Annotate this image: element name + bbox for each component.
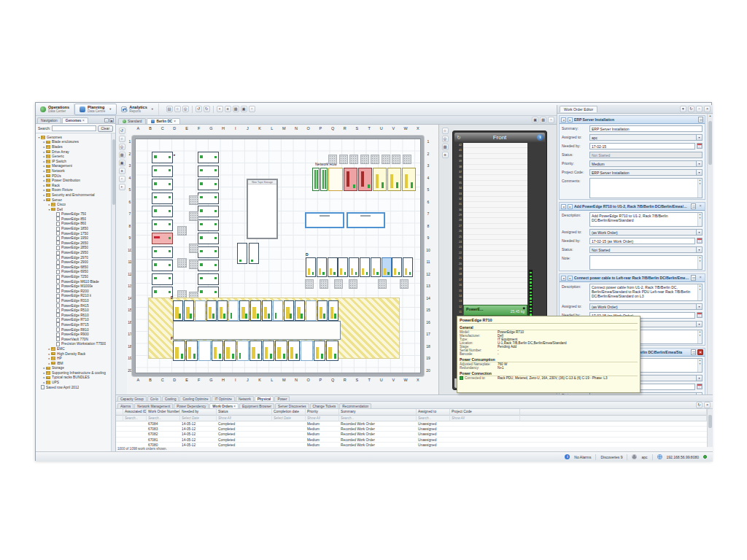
chevron-down-icon[interactable]: ▼ xyxy=(151,107,154,111)
tree-item[interactable]: ▾Genomes xyxy=(36,135,111,140)
floor-rack[interactable] xyxy=(317,257,327,277)
scroll-up-icon[interactable]: ▲ xyxy=(708,114,712,117)
measure-icon[interactable]: ▪ xyxy=(119,184,125,190)
zoom-in-icon[interactable]: ○ xyxy=(119,136,125,142)
save-icon[interactable]: ▤ xyxy=(166,106,173,112)
dropdown-field[interactable]: Not Started xyxy=(589,246,697,253)
tree-item[interactable]: ▸UPS xyxy=(36,380,111,385)
column-header[interactable]: Project Code xyxy=(450,409,520,416)
tree-item[interactable]: PowerEdge R810 xyxy=(36,327,111,332)
tree-item[interactable]: PowerEdge R710 xyxy=(36,318,111,323)
floor-rack-selected[interactable] xyxy=(382,257,392,277)
close-icon[interactable]: × xyxy=(174,120,176,123)
column-header[interactable]: Associated ID xyxy=(123,409,147,416)
tree-item[interactable]: PowerEdge R210 ii xyxy=(36,294,111,299)
tree-item[interactable]: PowerEdge 6850 xyxy=(36,265,111,270)
tree-item[interactable]: ▸PDUs xyxy=(36,174,111,179)
dock-tab-work-orders[interactable]: Work Orders × xyxy=(209,403,239,408)
tree-item[interactable]: PowerEdge 6950 xyxy=(36,270,111,275)
floor-rack[interactable] xyxy=(152,206,173,217)
floor-rack[interactable] xyxy=(275,341,287,361)
textarea-scrollbar[interactable]: ▲ ▼ xyxy=(697,256,702,269)
export-icon[interactable]: ▫ xyxy=(249,106,255,112)
zoom-in-icon[interactable]: ○ xyxy=(442,128,449,134)
tree-item[interactable]: Precision Workstation T7500 xyxy=(36,342,111,347)
tab-navigation[interactable]: Navigation xyxy=(37,117,61,123)
tree-item[interactable]: ▸Management xyxy=(36,164,111,169)
add-item-icon[interactable]: ▪ xyxy=(217,106,223,112)
dropdown-field[interactable]: apc xyxy=(589,134,697,141)
column-header[interactable]: Assigned to xyxy=(417,409,450,416)
section-header[interactable]: ◂▸ERP Server Installation xyxy=(560,116,705,124)
crac-unit[interactable] xyxy=(347,212,385,228)
table-row[interactable]: 6708314-05-12CompletedMediumRecorded Wor… xyxy=(116,427,707,432)
maximize-icon[interactable]: ▣ xyxy=(109,118,114,122)
layer-tab-network[interactable]: Network xyxy=(236,396,254,401)
refresh-icon[interactable]: ↻ xyxy=(688,106,694,112)
floor-rack[interactable] xyxy=(184,300,194,321)
column-header[interactable]: Work Order Number ▲ xyxy=(147,409,180,416)
floor-rack[interactable] xyxy=(152,166,173,177)
tree-item[interactable]: PowerEdge R415 xyxy=(36,303,111,308)
tree-item[interactable]: PowerEdge 1750 xyxy=(36,231,111,236)
tree-item[interactable]: PowerEdge R200 xyxy=(36,289,111,294)
tree-item[interactable]: ▸HP xyxy=(36,356,111,361)
floor-rack[interactable] xyxy=(249,243,259,264)
crac-unit[interactable] xyxy=(305,212,344,228)
tree-item[interactable]: ▸Storage xyxy=(36,366,111,371)
floor-rack[interactable] xyxy=(263,341,275,361)
tree-item[interactable]: Saved row April 2012 xyxy=(36,385,111,390)
textarea-scrollbar[interactable]: ▲ ▼ xyxy=(697,330,702,343)
scrollbar-thumb[interactable] xyxy=(708,121,712,165)
floor-rack[interactable] xyxy=(217,300,228,321)
textarea-scrollbar[interactable]: ▲ ▼ xyxy=(697,284,702,300)
dock-tab-recommendation[interactable]: Recommendation xyxy=(339,403,371,408)
filter-cell[interactable]: Select Date xyxy=(180,416,217,422)
floor-rack[interactable] xyxy=(198,179,219,190)
textarea-scrollbar[interactable]: ▲ ▼ xyxy=(697,359,702,372)
maximize-view-icon[interactable]: ▫ xyxy=(548,117,554,123)
document-icon[interactable] xyxy=(691,349,696,355)
tape-storage-box[interactable]: New Tape Storage xyxy=(247,179,278,239)
tree-item[interactable]: ▸Network xyxy=(36,168,111,174)
next-icon[interactable]: ▸ xyxy=(568,204,573,209)
tree-item[interactable]: PowerEdge R610 xyxy=(36,313,111,318)
filter-cell[interactable]: Search... xyxy=(147,416,180,422)
network-rack-green[interactable] xyxy=(320,168,328,191)
floor-rack[interactable] xyxy=(206,300,217,321)
dropdown-arrow-icon[interactable]: ▼ xyxy=(697,246,703,253)
dock-tab-equipment-browser[interactable]: Equipment Browser xyxy=(239,403,274,408)
tab-genomes[interactable]: Genomes × xyxy=(62,117,88,123)
tree-item[interactable]: PowerEdge 2650 xyxy=(36,241,111,246)
layer-tab-it-optimize[interactable]: IT Optimize xyxy=(212,396,234,401)
refresh-icon[interactable]: ↻ xyxy=(696,402,703,408)
table-row[interactable]: 6708214-05-12CompletedMediumRecorded Wor… xyxy=(116,432,707,437)
floor-rack[interactable] xyxy=(317,300,328,321)
floor-rack[interactable] xyxy=(250,300,260,321)
pin-icon[interactable]: ▾ xyxy=(680,106,686,112)
floor-rack[interactable] xyxy=(392,257,402,277)
close-icon[interactable]: × xyxy=(82,119,85,122)
dock-tab-network-management[interactable]: Network Management xyxy=(134,403,173,408)
tree-item[interactable]: ▸IBM xyxy=(36,361,111,366)
no-alarms-label[interactable]: No Alarms xyxy=(574,455,591,459)
column-header[interactable]: Summary xyxy=(339,409,417,416)
floor-rack[interactable] xyxy=(338,257,348,277)
calendar-icon[interactable] xyxy=(697,312,703,318)
floor-rack[interactable] xyxy=(224,341,236,361)
discoveries-label[interactable]: Discoveries 9 xyxy=(600,455,622,459)
layer-tab-cooling[interactable]: Cooling xyxy=(162,396,179,401)
close-icon[interactable]: × xyxy=(704,402,711,408)
next-icon[interactable]: ▸ xyxy=(568,117,573,122)
network-rack-cream[interactable] xyxy=(328,168,343,191)
prev-icon[interactable]: ◂ xyxy=(561,117,566,122)
layer-tab-power[interactable]: Power xyxy=(274,396,290,401)
tree-item[interactable]: PowerEdge 1950 xyxy=(36,236,111,241)
filter-cell[interactable]: Show All xyxy=(450,416,520,422)
floor-rack[interactable] xyxy=(328,257,338,277)
document-icon[interactable] xyxy=(691,275,696,281)
filter-cell[interactable]: Show All xyxy=(217,416,272,422)
floor-rack[interactable] xyxy=(212,341,224,361)
floor-rack[interactable] xyxy=(273,300,283,321)
tree-item[interactable]: ▸Cisco xyxy=(36,202,111,207)
